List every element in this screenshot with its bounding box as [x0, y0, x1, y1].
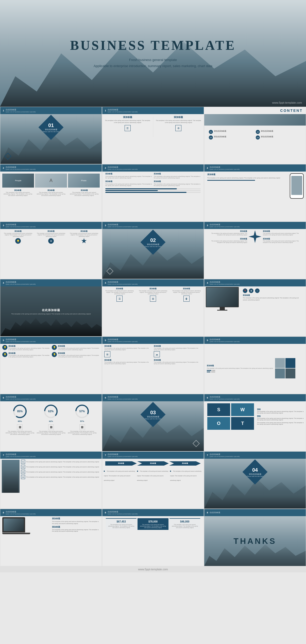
s9-d2: This template is the spring and autumn a…: [206, 240, 247, 243]
s14-d2: This template is the spring and autumn a…: [154, 347, 202, 350]
svg-text:57%: 57%: [79, 410, 85, 413]
donut-cap-2: 🖼 This template is the spring and autumn…: [36, 424, 67, 435]
s20-bullet-grid: This template is the spring and autumn a…: [104, 468, 202, 482]
slide-4-cap-1: 添加标题 This template is the spring and aut…: [2, 189, 33, 196]
s7-item-2: 添加标题 This template is the spring and aut…: [35, 230, 67, 245]
content-item-1: 01 请在此添加标题: [209, 130, 254, 134]
step-01-num: 01: [21, 460, 25, 464]
people-silhouette: [3, 470, 18, 493]
cap-title-1: 添加标题: [2, 189, 33, 192]
s20-bullet-3: This template is the spring and autumn a…: [170, 468, 202, 482]
s18-d1: This template is the spring and autumn a…: [257, 411, 304, 414]
diamond-02-text: 请在此添加标题: [147, 243, 159, 246]
slide-24-title: 在此添加标题: [210, 511, 220, 514]
s14-d3: This template is the spring and autumn a…: [104, 361, 152, 364]
slide-3-topbar: CONTENT: [204, 107, 306, 114]
content-num-2: 02: [256, 130, 260, 134]
slide-20: 7 在此添加标题 Quite a lot of business present…: [102, 451, 204, 509]
arrow-3: 添加标题: [169, 461, 201, 466]
s7-icon-1: 💡: [15, 238, 21, 244]
hero-title: BUSINESS TEMPLATE: [70, 38, 236, 53]
s5-d1: This template is the spring and autumn a…: [105, 176, 152, 179]
s7-d3: This template is the spring and autumn a…: [68, 233, 100, 237]
s13-item-2: 💡 添加标题 This template is the spring and a…: [52, 345, 100, 350]
s14-item-3: 添加标题 This template is the spring and aut…: [104, 359, 152, 364]
step-04-num: 04: [21, 475, 25, 479]
swot-o: O: [207, 417, 230, 430]
slide-19-sub: Quite a lot of business presentation spe…: [6, 456, 36, 457]
slide-2-add-title-1: 添加标题: [105, 116, 150, 119]
slide-11-header: 4 在此添加标题 Quite a lot of business present…: [102, 279, 204, 286]
slide-22-sub: Quite a lot of business presentation spe…: [6, 513, 36, 515]
slide-8-corner: [107, 269, 112, 274]
slide-24-bg: THANKS: [204, 516, 306, 566]
slide-10-text: 在此添加标题 This template is the spring and a…: [11, 308, 91, 315]
stacked-img-1: [275, 358, 285, 368]
slide-12-header: 4 在此添加标题 Quite a lot of business present…: [204, 279, 306, 286]
donut-3: 57% 57%: [75, 404, 89, 422]
s13-text-1: 添加标题 This template is the spring and aut…: [8, 345, 50, 350]
donut-svg-2: 62%: [44, 404, 58, 418]
s5-t2: 添加标题: [154, 173, 201, 175]
step-01-text: This template is the spring and autumn a…: [26, 461, 99, 463]
hero-content: BUSINESS TEMPLATE Fresh business general…: [70, 38, 236, 69]
s22-t2: 添加标题: [52, 526, 100, 528]
slide-18-header: 6 在此添加标题 Quite a lot of business present…: [204, 394, 306, 401]
s9-t3: 添加标题: [263, 230, 304, 233]
s14-t4: 添加标题: [154, 359, 202, 361]
slide-16-header: 6 在此添加标题 Quite a lot of business present…: [0, 394, 102, 401]
slides-grid: 1 在此添加标题 Quite a lot of business present…: [0, 107, 306, 566]
s13-t3: 添加标题: [8, 352, 50, 355]
content-text-1: 请在此添加标题: [214, 130, 226, 132]
s7-t2: 添加标题: [35, 230, 67, 233]
slide-7: 3 在此添加标题 Quite a lot of business present…: [0, 222, 102, 279]
slide-1-num: 1: [3, 109, 4, 112]
s11-icon-2: ⊞: [150, 296, 156, 302]
slide-13-sub: Quite a lot of business presentation spe…: [6, 341, 36, 342]
s14-d1: This template is the spring and autumn a…: [104, 347, 152, 350]
slide-5-item-2: 添加标题 This template is the spring and aut…: [154, 173, 201, 179]
dollar-card-1: $67,453 This template is the spring and …: [106, 518, 137, 530]
slide-4-header: 2 在此添加标题 Quite a lot of business present…: [0, 164, 102, 172]
content-grid: 01 请在此添加标题 02 请在此添加标题 03 请在此添加标题 04 请在此添…: [207, 128, 303, 142]
s13-icon-4: 💡: [52, 352, 57, 357]
slide-19-title: 在此添加标题: [6, 453, 36, 456]
s13-item-3: 💡 添加标题 This template is the spring and a…: [2, 352, 50, 358]
s22-d: This template is the spring and autumn a…: [52, 521, 100, 525]
slide-7-title: 在此添加标题: [6, 223, 36, 226]
slide-4-thumbs: People A Photo: [0, 172, 102, 189]
s20-b1: This template is the spring and autumn a…: [104, 470, 135, 481]
content-label: CONTENT: [280, 109, 303, 113]
s12-icon-1: 📍: [243, 288, 247, 293]
svg-text:62%: 62%: [48, 410, 54, 413]
s9-d3: This template is the spring and autumn a…: [263, 233, 304, 236]
slide-7-header: 3 在此添加标题 Quite a lot of business present…: [0, 222, 102, 229]
slide-15-sub: Quite a lot of business presentation spe…: [210, 341, 240, 342]
slide-9: 3 在此添加标题 Quite a lot of business present…: [204, 222, 306, 279]
s5-d4: This template is the spring and autumn a…: [154, 183, 201, 186]
diamond-content-4: 04 请在此添加标题 Please add the title here: [245, 462, 265, 482]
s13-d2: This template is the spring and autumn a…: [58, 347, 100, 350]
dollar-text-1: This template is the spring and autumn a…: [107, 524, 135, 528]
slide-11-title: 在此添加标题: [108, 281, 138, 283]
slide-17-corner: [194, 441, 199, 446]
slide-18-title: 在此添加标题: [210, 396, 240, 398]
slide-12-sub: Quite a lot of business presentation spe…: [210, 283, 240, 285]
slide-6-title: 在此添加标题: [210, 166, 240, 168]
slide-1-diamond: 01 请在此添加标题 Please add the title here: [41, 117, 61, 137]
slide-16-sub: Quite a lot of business presentation spe…: [6, 398, 36, 400]
slide-7-sub: Quite a lot of business presentation spe…: [6, 226, 36, 227]
s13-t4: 添加标题: [58, 352, 100, 355]
slide-18: 6 在此添加标题 Quite a lot of business present…: [204, 394, 306, 451]
s15-row2: [207, 372, 273, 372]
s18-text: 强项 This template is the spring and autum…: [257, 408, 304, 425]
s13-item-4: 💡 添加标题 This template is the spring and a…: [52, 352, 100, 358]
dollar-amount-1: $67,453: [107, 520, 135, 523]
arrow-2: 添加标题: [137, 461, 169, 466]
stacked-img-2: [285, 358, 295, 368]
donut-icon-2: 🖼: [48, 424, 54, 430]
slide-6-header: 2 在此添加标题 Quite a lot of business present…: [204, 164, 306, 172]
s13-item-1: 💡 添加标题 This template is the spring and a…: [2, 345, 50, 350]
slide-24-header: 8 在此添加标题: [204, 509, 306, 516]
s7-d1: This template is the spring and autumn a…: [2, 233, 34, 237]
